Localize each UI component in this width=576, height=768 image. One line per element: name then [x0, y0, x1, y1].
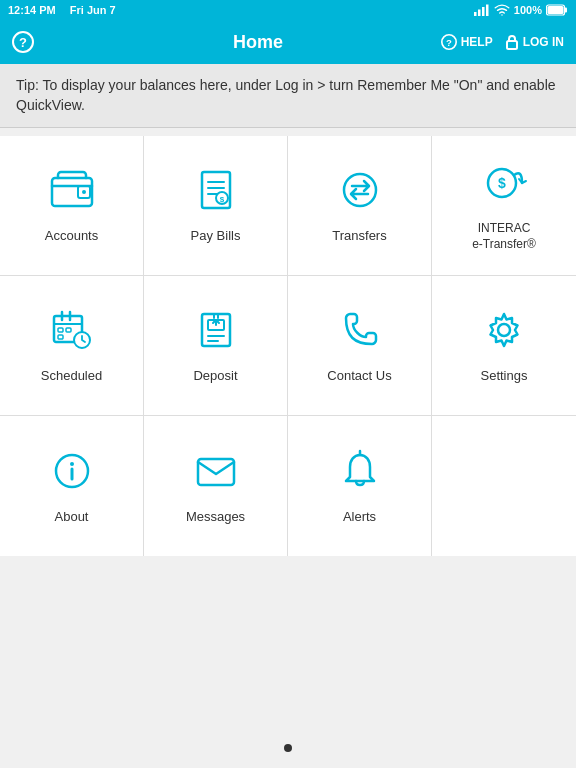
svg-rect-22 — [66, 328, 71, 332]
grid-item-contact-us[interactable]: Contact Us — [288, 276, 432, 416]
svg-point-30 — [70, 462, 74, 466]
status-time: 12:14 PM — [8, 4, 56, 16]
svg-text:?: ? — [446, 37, 452, 48]
bell-icon — [336, 447, 384, 499]
phone-icon — [336, 306, 384, 358]
calendar-icon — [48, 306, 96, 358]
interac-icon: $ — [480, 159, 528, 211]
svg-rect-21 — [58, 328, 63, 332]
header: ? Home ? HELP LOG IN — [0, 20, 576, 64]
svg-text:$: $ — [219, 195, 224, 204]
deposit-label: Deposit — [193, 368, 237, 385]
login-button[interactable]: LOG IN — [505, 34, 564, 50]
transfer-icon — [336, 166, 384, 218]
svg-point-27 — [498, 324, 510, 336]
wifi-icon — [494, 4, 510, 16]
svg-rect-10 — [507, 41, 517, 49]
status-date: Fri Jun 7 — [70, 4, 116, 16]
svg-rect-7 — [548, 6, 564, 14]
svg-text:$: $ — [498, 175, 506, 191]
grid-item-deposit[interactable]: Deposit — [144, 276, 288, 416]
login-label: LOG IN — [523, 35, 564, 49]
battery-level: 100% — [514, 4, 542, 16]
accounts-label: Accounts — [45, 228, 98, 245]
svg-point-4 — [501, 14, 503, 16]
tip-text: Tip: To display your balances here, unde… — [16, 77, 556, 113]
contact-us-label: Contact Us — [327, 368, 391, 385]
envelope-icon — [192, 447, 240, 499]
question-button[interactable]: ? — [12, 31, 34, 53]
grid-item-interac[interactable]: $ INTERACe-Transfer® — [432, 136, 576, 276]
about-label: About — [55, 509, 89, 526]
scheduled-label: Scheduled — [41, 368, 102, 385]
grid-item-alerts[interactable]: Alerts — [288, 416, 432, 556]
svg-rect-6 — [565, 8, 568, 13]
messages-label: Messages — [186, 509, 245, 526]
grid-item-pay-bills[interactable]: $ Pay Bills — [144, 136, 288, 276]
svg-rect-3 — [486, 5, 489, 17]
svg-rect-23 — [58, 335, 63, 339]
interac-label: INTERACe-Transfer® — [472, 221, 536, 252]
svg-rect-0 — [474, 12, 477, 16]
grid-item-transfers[interactable]: Transfers — [288, 136, 432, 276]
battery-icon — [546, 4, 568, 16]
receipt-icon: $ — [192, 166, 240, 218]
alerts-label: Alerts — [343, 509, 376, 526]
help-label: HELP — [461, 35, 493, 49]
atm-icon — [192, 306, 240, 358]
gear-icon — [480, 306, 528, 358]
grid-item-messages[interactable]: Messages — [144, 416, 288, 556]
svg-point-13 — [82, 190, 86, 194]
help-button[interactable]: ? HELP — [441, 34, 493, 50]
grid-item-about[interactable]: About — [0, 416, 144, 556]
svg-rect-1 — [478, 10, 481, 17]
status-bar: 12:14 PM Fri Jun 7 100% — [0, 0, 576, 20]
grid-item-settings[interactable]: Settings — [432, 276, 576, 416]
svg-rect-31 — [198, 459, 234, 485]
grid-empty-cell — [432, 416, 576, 556]
signal-icon — [474, 4, 490, 16]
info-icon — [48, 447, 96, 499]
wallet-icon — [48, 166, 96, 218]
grid-item-accounts[interactable]: Accounts — [0, 136, 144, 276]
tip-bar: Tip: To display your balances here, unde… — [0, 64, 576, 128]
page-dot — [284, 744, 292, 752]
help-icon: ? — [441, 34, 457, 50]
page-title: Home — [233, 32, 283, 52]
page-indicator — [0, 744, 576, 752]
transfers-label: Transfers — [332, 228, 386, 245]
svg-rect-2 — [482, 7, 485, 16]
status-icons: 100% — [474, 4, 568, 16]
lock-icon — [505, 34, 519, 50]
grid-item-scheduled[interactable]: Scheduled — [0, 276, 144, 416]
pay-bills-label: Pay Bills — [191, 228, 241, 245]
menu-grid: Accounts $ Pay Bills Transfers — [0, 136, 576, 556]
svg-point-17 — [344, 174, 376, 206]
settings-label: Settings — [481, 368, 528, 385]
